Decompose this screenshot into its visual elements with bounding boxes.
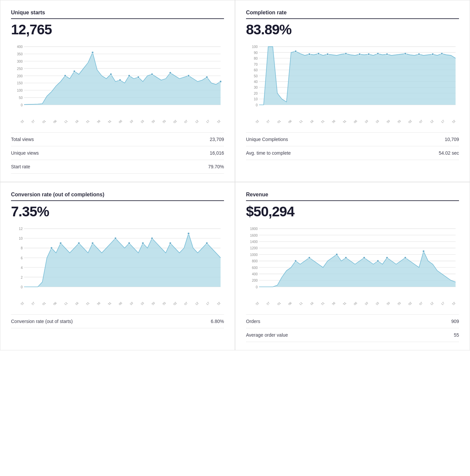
card-revenue: Revenue$50,29418001600140012001000800600… bbox=[235, 182, 470, 350]
conversion-rate-stats: Conversion rate (out of starts)6.80% bbox=[11, 314, 224, 328]
svg-text:2021-12-22: 2021-12-22 bbox=[12, 301, 25, 305]
svg-text:2022-01-31: 2022-01-31 bbox=[99, 301, 112, 305]
unique-starts-title: Unique starts bbox=[11, 10, 224, 19]
svg-text:2022-01-26: 2022-01-26 bbox=[88, 119, 101, 123]
svg-text:80: 80 bbox=[254, 56, 258, 60]
svg-text:2022-01-06: 2022-01-06 bbox=[44, 119, 57, 123]
svg-text:2022-02-15: 2022-02-15 bbox=[367, 119, 380, 123]
svg-point-38 bbox=[73, 70, 75, 73]
stat-label: Unique Completions bbox=[246, 137, 288, 142]
svg-text:100: 100 bbox=[17, 88, 23, 92]
svg-point-42 bbox=[128, 75, 130, 77]
svg-text:0: 0 bbox=[256, 103, 258, 107]
svg-text:2022-03-17: 2022-03-17 bbox=[432, 119, 445, 123]
stat-row: Average order value55 bbox=[246, 328, 459, 342]
revenue-title: Revenue bbox=[246, 192, 459, 201]
svg-point-47 bbox=[206, 76, 208, 78]
svg-text:200: 200 bbox=[252, 278, 258, 282]
svg-point-94 bbox=[345, 53, 347, 55]
svg-point-186 bbox=[295, 260, 297, 262]
svg-text:2022-01-26: 2022-01-26 bbox=[323, 119, 336, 123]
svg-text:2022-03-22: 2022-03-22 bbox=[443, 301, 456, 305]
unique-starts-stats: Total views23,709Unique views16,016Start… bbox=[11, 132, 224, 174]
svg-point-96 bbox=[368, 53, 370, 55]
svg-text:70: 70 bbox=[254, 62, 258, 66]
svg-text:2022-02-05: 2022-02-05 bbox=[110, 301, 123, 305]
svg-text:2022-01-21: 2022-01-21 bbox=[77, 119, 90, 123]
svg-text:2022-03-02: 2022-03-02 bbox=[400, 301, 413, 305]
stat-row: Avg. time to complete54.02 sec bbox=[246, 146, 459, 160]
stat-row: Unique Completions10,709 bbox=[246, 133, 459, 146]
svg-point-44 bbox=[151, 73, 153, 76]
svg-text:200: 200 bbox=[17, 74, 23, 78]
svg-text:2022-03-02: 2022-03-02 bbox=[165, 119, 178, 123]
svg-point-39 bbox=[92, 51, 94, 54]
stat-label: Total views bbox=[11, 137, 34, 142]
svg-point-92 bbox=[317, 53, 319, 55]
svg-text:2022-03-12: 2022-03-12 bbox=[186, 301, 199, 305]
svg-text:2022-01-21: 2022-01-21 bbox=[77, 301, 90, 305]
svg-point-193 bbox=[404, 257, 406, 259]
svg-text:2: 2 bbox=[21, 275, 23, 279]
svg-point-98 bbox=[386, 53, 388, 55]
svg-text:2022-02-15: 2022-02-15 bbox=[132, 119, 145, 123]
svg-text:2022-03-07: 2022-03-07 bbox=[410, 301, 423, 305]
svg-text:2022-03-22: 2022-03-22 bbox=[208, 119, 221, 123]
svg-text:2021-12-27: 2021-12-27 bbox=[258, 301, 271, 305]
completion-rate-stats: Unique Completions10,709Avg. time to com… bbox=[246, 132, 459, 160]
svg-text:90: 90 bbox=[254, 50, 258, 54]
svg-text:2022-01-01: 2022-01-01 bbox=[268, 119, 281, 123]
svg-text:2022-02-15: 2022-02-15 bbox=[367, 301, 380, 305]
svg-text:2022-01-31: 2022-01-31 bbox=[334, 301, 347, 305]
svg-text:1000: 1000 bbox=[250, 253, 258, 257]
svg-text:2022-01-16: 2022-01-16 bbox=[66, 301, 79, 305]
conversion-rate-chart: 1210864202021-12-222021-12-272022-01-012… bbox=[11, 225, 224, 305]
svg-text:2022-02-25: 2022-02-25 bbox=[154, 119, 167, 123]
svg-text:2022-02-25: 2022-02-25 bbox=[389, 301, 402, 305]
svg-text:2022-03-12: 2022-03-12 bbox=[421, 119, 434, 123]
svg-text:10: 10 bbox=[254, 97, 258, 101]
revenue-stats: Orders909Average order value55 bbox=[246, 314, 459, 342]
svg-point-191 bbox=[377, 260, 379, 262]
svg-text:2021-12-27: 2021-12-27 bbox=[23, 301, 36, 305]
svg-text:2022-03-17: 2022-03-17 bbox=[197, 119, 210, 123]
svg-text:2022-01-01: 2022-01-01 bbox=[268, 301, 281, 305]
stat-value: 909 bbox=[451, 319, 459, 324]
svg-text:400: 400 bbox=[17, 45, 23, 49]
svg-text:1200: 1200 bbox=[250, 246, 258, 250]
svg-text:150: 150 bbox=[17, 81, 23, 85]
svg-text:2022-02-20: 2022-02-20 bbox=[378, 301, 391, 305]
svg-point-45 bbox=[169, 72, 171, 74]
svg-point-100 bbox=[418, 53, 420, 55]
svg-point-138 bbox=[78, 242, 80, 244]
svg-text:2022-01-06: 2022-01-06 bbox=[44, 301, 57, 305]
stat-value: 23,709 bbox=[210, 137, 224, 142]
card-completion-rate: Completion rate83.89%1009080706050403020… bbox=[235, 0, 470, 182]
svg-text:2022-01-31: 2022-01-31 bbox=[99, 119, 112, 123]
svg-text:2022-02-20: 2022-02-20 bbox=[143, 301, 156, 305]
stat-row: Orders909 bbox=[246, 315, 459, 328]
svg-text:2022-02-10: 2022-02-10 bbox=[121, 301, 134, 305]
svg-text:2022-03-07: 2022-03-07 bbox=[175, 301, 188, 305]
svg-text:2021-12-22: 2021-12-22 bbox=[247, 301, 260, 305]
stat-label: Conversion rate (out of starts) bbox=[11, 319, 73, 324]
svg-point-139 bbox=[92, 242, 94, 244]
svg-text:2022-01-31: 2022-01-31 bbox=[334, 119, 347, 123]
stat-value: 55 bbox=[454, 332, 459, 338]
svg-text:250: 250 bbox=[17, 66, 23, 70]
svg-text:2022-02-15: 2022-02-15 bbox=[132, 301, 145, 305]
svg-text:20: 20 bbox=[254, 91, 258, 95]
svg-point-46 bbox=[188, 75, 190, 77]
conversion-rate-title: Conversion rate (out of completions) bbox=[11, 192, 224, 201]
svg-point-140 bbox=[114, 237, 116, 240]
dashboard: Unique starts12,765400350300250200150100… bbox=[0, 0, 470, 350]
svg-text:10: 10 bbox=[19, 236, 23, 240]
svg-text:350: 350 bbox=[17, 52, 23, 56]
svg-point-91 bbox=[308, 53, 310, 55]
svg-point-41 bbox=[119, 79, 121, 81]
svg-text:2022-03-07: 2022-03-07 bbox=[175, 119, 188, 123]
svg-text:600: 600 bbox=[252, 265, 258, 269]
svg-text:1600: 1600 bbox=[250, 233, 258, 237]
stat-row: Start rate79.70% bbox=[11, 160, 224, 174]
svg-text:4: 4 bbox=[21, 265, 23, 269]
